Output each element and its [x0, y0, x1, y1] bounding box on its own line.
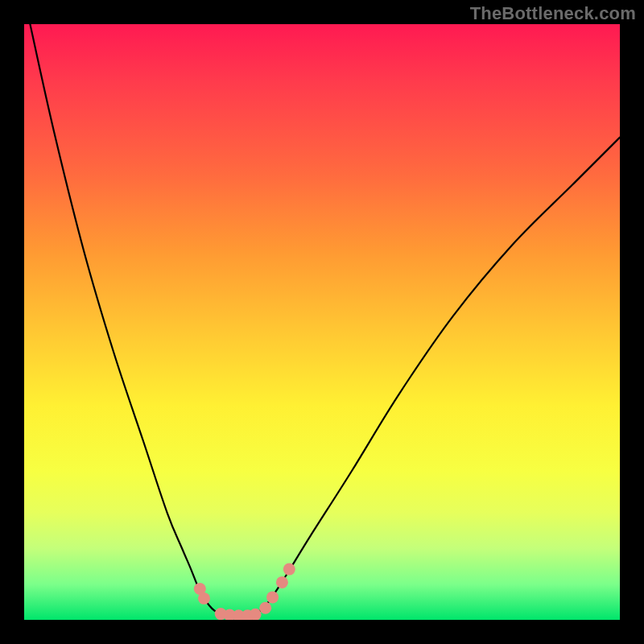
plot-area — [24, 24, 620, 620]
marker-group — [194, 564, 295, 620]
curve-group — [30, 24, 620, 616]
watermark-label: TheBottleneck.com — [470, 3, 636, 24]
data-marker — [198, 592, 210, 605]
data-marker — [250, 609, 262, 620]
data-marker — [283, 564, 295, 576]
curve-svg — [24, 24, 620, 620]
bottleneck-curve — [30, 24, 620, 616]
outer-frame: TheBottleneck.com — [0, 0, 644, 644]
data-marker — [259, 602, 271, 614]
data-marker — [266, 591, 279, 603]
data-marker — [276, 576, 288, 588]
